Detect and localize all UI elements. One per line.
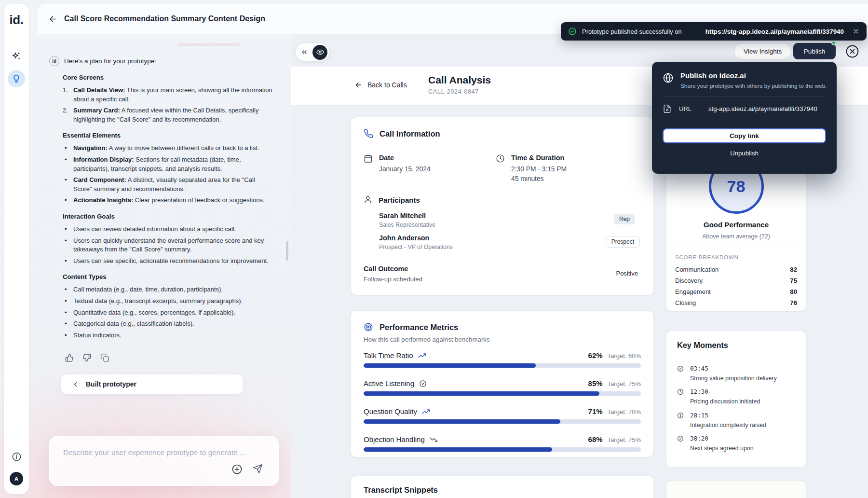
metric-bar-fill	[364, 419, 560, 424]
url-label: URL	[679, 105, 692, 112]
divider	[674, 247, 798, 247]
message-feedback-row	[65, 353, 282, 362]
collapse-chevrons-icon[interactable]	[297, 45, 312, 59]
moment-time: 03:45	[690, 365, 708, 372]
divider	[364, 188, 641, 188]
participant-role: Sales Representative	[379, 221, 435, 228]
metric-label: Objection Handling	[364, 435, 425, 443]
publish-button[interactable]: Publish	[793, 43, 836, 59]
toast-close-icon[interactable]	[853, 28, 859, 35]
copy-link-button[interactable]: Copy link	[663, 128, 826, 143]
back-to-calls-label: Back to Calls	[367, 81, 407, 89]
key-moment: 03:45 Strong value proposition delivery	[677, 365, 798, 382]
metric-value: 71%	[588, 407, 603, 415]
view-insights-label: View Insights	[744, 48, 782, 55]
app-root: id. A Call Score Recommendation Summary …	[0, 0, 868, 498]
metric-bar-track	[364, 363, 641, 368]
plan-item: Textual data (e.g., transcript excerpts,…	[63, 297, 274, 306]
chat-panel: id Here's a plan for your prototype: Cor…	[49, 56, 282, 394]
breakdown-value: 80	[790, 288, 797, 295]
metric-row: Objection Handling 68%Target: 75%	[364, 435, 641, 457]
metric-target: Target: 60%	[608, 352, 641, 360]
send-icon[interactable]	[253, 464, 263, 474]
key-moments-heading: Key Moments	[677, 341, 728, 350]
back-arrow-icon[interactable]	[48, 14, 57, 24]
page-title: Call Score Recommendation Summary Conten…	[64, 14, 265, 23]
metric-bar-fill	[364, 363, 536, 368]
score-label: Good Performance	[666, 221, 806, 229]
metric-bar-fill	[364, 447, 552, 452]
plan-item: Users can review detailed information ab…	[63, 225, 274, 234]
copy-icon[interactable]	[100, 353, 109, 362]
score-sublabel: Above team average (72)	[666, 233, 806, 240]
key-moment: 12:30 Pricing discussion initiated	[677, 388, 798, 405]
metric-row: Question Quality 71%Target: 70%	[364, 407, 641, 429]
moment-text: Pricing discussion initiated	[690, 398, 798, 405]
plan-heading: Core Screens	[63, 74, 282, 81]
breakdown-row: Communication 82	[675, 266, 797, 273]
sparkles-icon[interactable]	[8, 48, 25, 65]
date-value: January 15, 2024	[379, 165, 431, 174]
clock-icon	[677, 388, 684, 395]
plan-item: Call metadata (e.g., date, time, duratio…	[63, 285, 274, 294]
transcript-heading: Transcript Snippets	[364, 485, 438, 495]
phone-icon	[364, 129, 373, 138]
metrics-subtitle: How this call performed against benchmar…	[364, 336, 490, 343]
prospect-badge: Prospect	[606, 236, 640, 248]
breakdown-row: Engagement 80	[675, 288, 797, 295]
breakdown-label: Engagement	[675, 288, 711, 295]
breakdown-label: Closing	[675, 299, 696, 306]
participant-name: John Anderson	[379, 234, 453, 242]
attach-plus-icon[interactable]	[231, 464, 243, 475]
metric-value: 68%	[588, 435, 603, 443]
time-duration-label: Time & Duration	[511, 154, 567, 162]
plan-heading: Content Types	[63, 273, 282, 280]
plan-item: Summary Card: A focused view within the …	[63, 106, 274, 124]
plan-item: Actionable Insights: Clear presentation …	[63, 196, 274, 205]
popover-divider	[663, 97, 826, 97]
chevron-left-icon	[72, 381, 79, 388]
trending-down-icon	[430, 436, 437, 443]
plan-item: Card Component: A distinct, visually sep…	[63, 176, 274, 194]
close-circle-icon[interactable]	[845, 44, 860, 59]
prompt-composer[interactable]: Describe your user experience prototype …	[49, 436, 279, 486]
file-text-icon	[663, 104, 672, 113]
assistant-intro: Here's a plan for your prototype:	[64, 57, 156, 65]
publish-success-toast: Prototype published successfully on http…	[561, 22, 867, 41]
info-icon[interactable]	[8, 448, 25, 465]
call-id: CALL-2024-0847	[428, 88, 491, 95]
clock-icon	[496, 154, 505, 183]
call-info-heading: Call Information	[380, 129, 440, 138]
plan-item: Call Details View: This is your main scr…	[63, 86, 274, 104]
breakdown-value: 76	[790, 299, 797, 306]
check-circle-icon	[419, 380, 427, 387]
thumbs-down-icon[interactable]	[82, 353, 92, 362]
user-avatar[interactable]: A	[10, 472, 23, 485]
panel-resize-handle[interactable]	[286, 241, 288, 261]
moment-time: 38:20	[690, 435, 708, 442]
built-prototyper-button[interactable]: Built prototyper	[61, 374, 243, 394]
moment-time: 28:15	[690, 412, 708, 419]
plan-heading: Essential Elements	[63, 132, 282, 139]
back-to-calls-button[interactable]: Back to Calls	[354, 81, 407, 89]
chat-scroll-fade	[177, 43, 240, 46]
check-circle-icon	[677, 435, 684, 442]
plan-item: Users can quickly understand the overall…	[63, 236, 274, 254]
breakdown-label: Communication	[675, 266, 719, 273]
divider	[364, 258, 641, 258]
toast-url-link[interactable]: https://stg-app.ideoz.ai/p/aymanelafifi/…	[705, 28, 844, 35]
metric-bar-track	[364, 447, 641, 452]
published-status-dot	[831, 41, 836, 45]
lightbulb-icon[interactable]	[8, 70, 25, 87]
user-icon	[364, 195, 372, 204]
publish-label: Publish	[804, 48, 825, 55]
thumbs-up-icon[interactable]	[65, 353, 74, 362]
assistant-message-header: id Here's a plan for your prototype:	[49, 56, 282, 66]
view-insights-button[interactable]: View Insights	[734, 43, 791, 59]
url-value: stg-app.ideoz.ai/p/aymanelafifi/337940	[708, 105, 817, 112]
popover-subtitle: Share your prototype with others by publ…	[680, 83, 827, 89]
preview-eye-icon[interactable]	[312, 45, 327, 60]
unpublish-button[interactable]: Unpublish	[663, 150, 826, 157]
metric-value: 85%	[588, 379, 603, 387]
plan-item: Users can see specific, actionable recom…	[63, 257, 274, 266]
